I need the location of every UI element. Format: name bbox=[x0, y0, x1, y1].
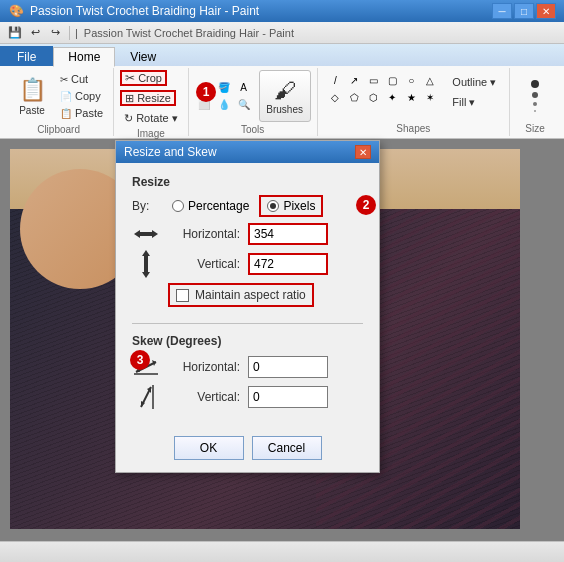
percentage-radio[interactable]: Percentage bbox=[172, 197, 249, 215]
dialog-titlebar: Resize and Skew ✕ bbox=[116, 141, 379, 163]
percentage-radio-circle bbox=[172, 200, 184, 212]
skew-vertical-input[interactable] bbox=[248, 386, 328, 408]
svg-marker-2 bbox=[152, 230, 158, 238]
pixels-radio-circle bbox=[267, 200, 279, 212]
skew-section: Skew (Degrees) Horizontal: bbox=[132, 334, 363, 408]
maintain-aspect-checkbox[interactable] bbox=[176, 289, 189, 302]
resize-radio-group: Percentage Pixels bbox=[172, 197, 317, 215]
horizontal-arrow-icon bbox=[132, 223, 160, 245]
svg-marker-4 bbox=[142, 250, 150, 256]
pixels-label: Pixels bbox=[283, 199, 315, 213]
ok-button[interactable]: OK bbox=[174, 436, 244, 460]
step-badge-3: 3 bbox=[130, 350, 150, 370]
resize-vertical-row: Vertical: bbox=[132, 253, 363, 275]
step-badge-2: 2 bbox=[356, 195, 376, 215]
maintain-aspect-label: Maintain aspect ratio bbox=[195, 288, 306, 302]
skew-vertical-row: Vertical: bbox=[132, 386, 363, 408]
resize-section: Resize By: Percentage Pixels bbox=[132, 175, 363, 311]
maintain-aspect-container: Maintain aspect ratio bbox=[168, 283, 363, 311]
skew-horizontal-label: Horizontal: bbox=[168, 360, 240, 374]
svg-rect-0 bbox=[138, 232, 154, 236]
maintain-aspect-checkbox-row[interactable]: Maintain aspect ratio bbox=[168, 283, 314, 307]
modal-overlay: 1 2 3 Resize and Skew ✕ Resize By: bbox=[0, 0, 564, 562]
cancel-button[interactable]: Cancel bbox=[252, 436, 322, 460]
pixels-radio[interactable]: Pixels bbox=[259, 195, 323, 217]
resize-skew-dialog: Resize and Skew ✕ Resize By: Percentage bbox=[115, 140, 380, 473]
section-divider bbox=[132, 323, 363, 324]
percentage-label: Percentage bbox=[188, 199, 249, 213]
by-label: By: bbox=[132, 199, 162, 213]
by-row: By: Percentage Pixels bbox=[132, 197, 363, 215]
resize-horizontal-input[interactable] bbox=[248, 223, 328, 245]
resize-section-label: Resize bbox=[132, 175, 363, 189]
skew-vertical-icon bbox=[132, 386, 160, 408]
svg-marker-1 bbox=[134, 230, 140, 238]
vertical-arrow-icon bbox=[132, 253, 160, 275]
svg-rect-3 bbox=[144, 254, 148, 274]
resize-horizontal-label: Horizontal: bbox=[168, 227, 240, 241]
dialog-close-button[interactable]: ✕ bbox=[355, 145, 371, 159]
svg-marker-5 bbox=[142, 272, 150, 278]
resize-horizontal-row: Horizontal: bbox=[132, 223, 363, 245]
step-badge-1: 1 bbox=[196, 82, 216, 102]
skew-horizontal-row: Horizontal: bbox=[132, 356, 363, 378]
dialog-title: Resize and Skew bbox=[124, 145, 355, 159]
dialog-buttons: OK Cancel bbox=[116, 428, 379, 472]
skew-section-label: Skew (Degrees) bbox=[132, 334, 363, 348]
dialog-body: Resize By: Percentage Pixels bbox=[116, 163, 379, 428]
skew-vertical-label: Vertical: bbox=[168, 390, 240, 404]
resize-vertical-input[interactable] bbox=[248, 253, 328, 275]
resize-vertical-label: Vertical: bbox=[168, 257, 240, 271]
skew-horizontal-input[interactable] bbox=[248, 356, 328, 378]
